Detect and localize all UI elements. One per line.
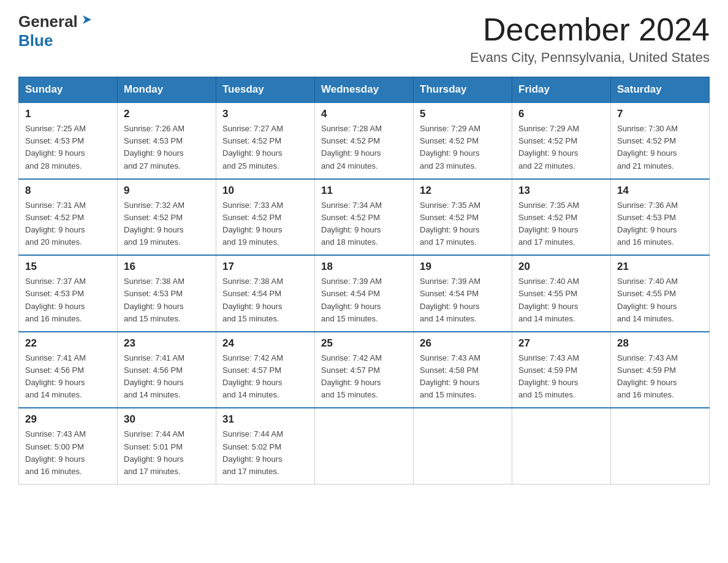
day-number: 18: [321, 261, 407, 273]
day-info: Sunrise: 7:25 AM Sunset: 4:53 PM Dayligh…: [25, 123, 111, 172]
calendar-cell: 10 Sunrise: 7:33 AM Sunset: 4:52 PM Dayl…: [216, 179, 315, 256]
day-info: Sunrise: 7:43 AM Sunset: 4:59 PM Dayligh…: [617, 352, 703, 402]
weekday-header-sunday: Sunday: [19, 77, 118, 103]
day-number: 14: [617, 185, 703, 197]
day-number: 2: [124, 108, 210, 120]
calendar-cell: 9 Sunrise: 7:32 AM Sunset: 4:52 PM Dayli…: [118, 179, 216, 256]
weekday-header-friday: Friday: [512, 77, 611, 103]
calendar-cell: 17 Sunrise: 7:38 AM Sunset: 4:54 PM Dayl…: [216, 255, 315, 332]
day-info: Sunrise: 7:32 AM Sunset: 4:52 PM Dayligh…: [124, 199, 210, 249]
calendar-cell: 13 Sunrise: 7:35 AM Sunset: 4:52 PM Dayl…: [512, 179, 611, 256]
week-row-3: 15 Sunrise: 7:37 AM Sunset: 4:53 PM Dayl…: [19, 255, 710, 332]
calendar-cell: 18 Sunrise: 7:39 AM Sunset: 4:54 PM Dayl…: [315, 255, 414, 332]
day-number: 20: [518, 261, 604, 273]
day-info: Sunrise: 7:31 AM Sunset: 4:52 PM Dayligh…: [25, 199, 111, 249]
day-number: 25: [321, 337, 407, 350]
weekday-header-thursday: Thursday: [414, 77, 512, 103]
day-number: 21: [617, 261, 703, 273]
day-number: 22: [25, 337, 111, 350]
calendar-cell: 16 Sunrise: 7:38 AM Sunset: 4:53 PM Dayl…: [118, 255, 216, 332]
day-info: Sunrise: 7:42 AM Sunset: 4:57 PM Dayligh…: [222, 352, 308, 402]
calendar-cell: 5 Sunrise: 7:29 AM Sunset: 4:52 PM Dayli…: [414, 102, 512, 179]
calendar-cell: 1 Sunrise: 7:25 AM Sunset: 4:53 PM Dayli…: [19, 102, 118, 179]
day-number: 4: [321, 108, 407, 120]
calendar-cell: 30 Sunrise: 7:44 AM Sunset: 5:01 PM Dayl…: [118, 408, 216, 484]
day-info: Sunrise: 7:30 AM Sunset: 4:52 PM Dayligh…: [617, 123, 703, 172]
week-row-4: 22 Sunrise: 7:41 AM Sunset: 4:56 PM Dayl…: [19, 332, 710, 408]
day-number: 24: [222, 337, 308, 350]
day-number: 28: [617, 337, 703, 350]
day-info: Sunrise: 7:34 AM Sunset: 4:52 PM Dayligh…: [321, 199, 407, 249]
calendar-cell: [512, 408, 611, 484]
day-info: Sunrise: 7:35 AM Sunset: 4:52 PM Dayligh…: [420, 199, 506, 249]
page-title: December 2024: [470, 12, 710, 47]
day-number: 6: [518, 108, 604, 120]
calendar-table: SundayMondayTuesdayWednesdayThursdayFrid…: [18, 77, 710, 484]
calendar-cell: 6 Sunrise: 7:29 AM Sunset: 4:52 PM Dayli…: [512, 102, 611, 179]
day-number: 30: [124, 413, 210, 426]
calendar-cell: 7 Sunrise: 7:30 AM Sunset: 4:52 PM Dayli…: [611, 102, 710, 179]
calendar-cell: 19 Sunrise: 7:39 AM Sunset: 4:54 PM Dayl…: [414, 255, 512, 332]
day-number: 23: [124, 337, 210, 350]
day-info: Sunrise: 7:29 AM Sunset: 4:52 PM Dayligh…: [518, 123, 604, 172]
weekday-header-row: SundayMondayTuesdayWednesdayThursdayFrid…: [19, 77, 710, 103]
calendar-cell: 26 Sunrise: 7:43 AM Sunset: 4:58 PM Dayl…: [414, 332, 512, 408]
calendar-cell: 23 Sunrise: 7:41 AM Sunset: 4:56 PM Dayl…: [118, 332, 216, 408]
day-number: 31: [222, 413, 308, 426]
calendar-cell: 21 Sunrise: 7:40 AM Sunset: 4:55 PM Dayl…: [611, 255, 710, 332]
day-number: 3: [222, 108, 308, 120]
day-number: 19: [420, 261, 506, 273]
weekday-header-saturday: Saturday: [611, 77, 710, 103]
day-number: 9: [124, 185, 210, 197]
day-number: 7: [617, 108, 703, 120]
day-number: 29: [25, 413, 111, 426]
day-info: Sunrise: 7:26 AM Sunset: 4:53 PM Dayligh…: [124, 123, 210, 172]
day-info: Sunrise: 7:38 AM Sunset: 4:54 PM Dayligh…: [222, 275, 308, 325]
day-number: 15: [25, 261, 111, 273]
svg-marker-0: [83, 15, 91, 24]
day-number: 1: [25, 108, 111, 120]
day-info: Sunrise: 7:28 AM Sunset: 4:52 PM Dayligh…: [321, 123, 407, 172]
day-number: 13: [518, 185, 604, 197]
logo-general: General: [18, 12, 78, 31]
day-info: Sunrise: 7:39 AM Sunset: 4:54 PM Dayligh…: [420, 275, 506, 325]
day-info: Sunrise: 7:42 AM Sunset: 4:57 PM Dayligh…: [321, 352, 407, 402]
day-number: 8: [25, 185, 111, 197]
day-info: Sunrise: 7:44 AM Sunset: 5:01 PM Dayligh…: [124, 428, 210, 478]
calendar-cell: 29 Sunrise: 7:43 AM Sunset: 5:00 PM Dayl…: [19, 408, 118, 484]
weekday-header-monday: Monday: [118, 77, 216, 103]
weekday-header-wednesday: Wednesday: [315, 77, 414, 103]
day-number: 10: [222, 185, 308, 197]
calendar-cell: 28 Sunrise: 7:43 AM Sunset: 4:59 PM Dayl…: [611, 332, 710, 408]
day-info: Sunrise: 7:39 AM Sunset: 4:54 PM Dayligh…: [321, 275, 407, 325]
day-number: 27: [518, 337, 604, 350]
day-info: Sunrise: 7:37 AM Sunset: 4:53 PM Dayligh…: [25, 275, 111, 325]
day-info: Sunrise: 7:44 AM Sunset: 5:02 PM Dayligh…: [222, 428, 308, 478]
calendar-cell: 22 Sunrise: 7:41 AM Sunset: 4:56 PM Dayl…: [19, 332, 118, 408]
calendar-cell: 25 Sunrise: 7:42 AM Sunset: 4:57 PM Dayl…: [315, 332, 414, 408]
day-info: Sunrise: 7:27 AM Sunset: 4:52 PM Dayligh…: [222, 123, 308, 172]
calendar-cell: 24 Sunrise: 7:42 AM Sunset: 4:57 PM Dayl…: [216, 332, 315, 408]
day-info: Sunrise: 7:43 AM Sunset: 4:59 PM Dayligh…: [518, 352, 604, 402]
day-info: Sunrise: 7:33 AM Sunset: 4:52 PM Dayligh…: [222, 199, 308, 249]
calendar-cell: 27 Sunrise: 7:43 AM Sunset: 4:59 PM Dayl…: [512, 332, 611, 408]
title-block: December 2024 Evans City, Pennsylvania, …: [470, 12, 710, 66]
calendar-cell: 8 Sunrise: 7:31 AM Sunset: 4:52 PM Dayli…: [19, 179, 118, 256]
day-number: 11: [321, 185, 407, 197]
calendar-cell: 3 Sunrise: 7:27 AM Sunset: 4:52 PM Dayli…: [216, 102, 315, 179]
calendar-cell: 12 Sunrise: 7:35 AM Sunset: 4:52 PM Dayl…: [414, 179, 512, 256]
calendar-cell: 20 Sunrise: 7:40 AM Sunset: 4:55 PM Dayl…: [512, 255, 611, 332]
calendar-cell: [315, 408, 414, 484]
calendar-cell: [611, 408, 710, 484]
day-info: Sunrise: 7:43 AM Sunset: 4:58 PM Dayligh…: [420, 352, 506, 402]
day-info: Sunrise: 7:41 AM Sunset: 4:56 PM Dayligh…: [25, 352, 111, 402]
day-info: Sunrise: 7:43 AM Sunset: 5:00 PM Dayligh…: [25, 428, 111, 478]
day-number: 26: [420, 337, 506, 350]
page-header: General Blue December 2024 Evans City, P…: [18, 12, 710, 66]
page-subtitle: Evans City, Pennsylvania, United States: [470, 50, 710, 66]
calendar-cell: 15 Sunrise: 7:37 AM Sunset: 4:53 PM Dayl…: [19, 255, 118, 332]
day-info: Sunrise: 7:29 AM Sunset: 4:52 PM Dayligh…: [420, 123, 506, 172]
calendar-cell: 11 Sunrise: 7:34 AM Sunset: 4:52 PM Dayl…: [315, 179, 414, 256]
day-number: 16: [124, 261, 210, 273]
calendar-cell: 14 Sunrise: 7:36 AM Sunset: 4:53 PM Dayl…: [611, 179, 710, 256]
